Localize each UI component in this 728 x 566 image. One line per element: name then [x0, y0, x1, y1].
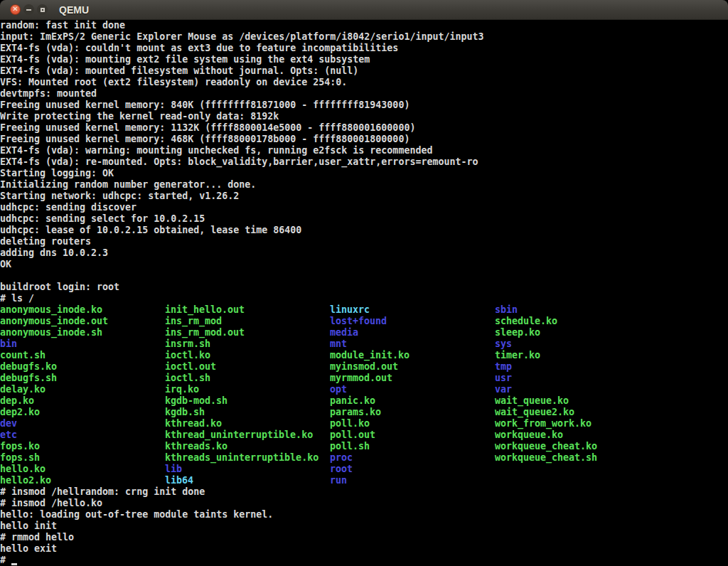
ls-entry: schedule.ko [495, 316, 557, 327]
ls-entry: opt [330, 384, 495, 395]
ls-entry: media [330, 327, 495, 338]
ls-entry: lib64 [165, 475, 330, 486]
ls-entry: hello.ko [0, 464, 165, 475]
console-line: Starting logging: OK [0, 168, 728, 179]
ls-entry: ins_rm_mod.out [165, 327, 330, 338]
ls-entry: panic.ko [330, 395, 495, 407]
console-line: # insmod /hello.ko [0, 498, 728, 509]
console-line: VFS: Mounted root (ext2 filesystem) read… [0, 77, 728, 88]
ls-entry: tmp [495, 361, 512, 373]
console-line: buildroot login: root [0, 282, 728, 293]
ls-entry: myinsmod.out [330, 361, 495, 373]
ls-entry: kthreads.ko [165, 441, 330, 452]
ls-row: anonymous_inode.shins_rm_mod.outmediasle… [0, 327, 728, 338]
ls-entry: count.sh [0, 350, 165, 361]
ls-entry: dep2.ko [0, 407, 165, 418]
ls-row: bininsrm.shmntsys [0, 338, 728, 350]
console-line [0, 270, 728, 282]
prompt-text: # [0, 555, 11, 565]
console-line: hello init [0, 520, 728, 532]
ls-entry: anonymous_inode.out [0, 316, 165, 327]
console-line: Freeing unused kernel memory: 1132K (fff… [0, 122, 728, 134]
console-line: Starting network: udhcpc: started, v1.26… [0, 191, 728, 202]
console-line: OK [0, 259, 728, 270]
ls-entry: mnt [330, 338, 495, 350]
ls-row: dep.kokgdb-mod.shpanic.kowait_queue.ko [0, 395, 728, 407]
console-line: EXT4-fs (vda): warning: mounting uncheck… [0, 145, 728, 156]
ls-entry: ioctl.sh [165, 373, 330, 384]
ls-entry: params.ko [330, 407, 495, 418]
ls-entry: workqueue.ko [495, 429, 563, 441]
console-line: EXT4-fs (vda): re-mounted. Opts: block_v… [0, 156, 728, 168]
maximize-button[interactable] [37, 4, 48, 15]
ls-entry: usr [495, 373, 512, 384]
ls-row: anonymous_inode.outins_rm_modlost+founds… [0, 316, 728, 327]
minimize-button[interactable] [23, 4, 34, 15]
ls-entry: poll.ko [330, 418, 495, 429]
ls-entry: debugfs.sh [0, 373, 165, 384]
window-title: QEMU [59, 4, 89, 16]
ls-entry: ioctl.ko [165, 350, 330, 361]
ls-entry: workqueue_cheat.sh [495, 452, 597, 464]
console-line: devtmpfs: mounted [0, 88, 728, 100]
ls-entry: insrm.sh [165, 338, 330, 350]
qemu-window: ✕ QEMU random: fast init doneinput: ImEx… [0, 0, 728, 566]
ls-entry: sleep.ko [495, 327, 540, 338]
console-line: EXT4-fs (vda): mounted filesystem withou… [0, 65, 728, 77]
ls-row: etckthread_uninterruptible.kopoll.outwor… [0, 429, 728, 441]
ls-entry: kthread.ko [165, 418, 330, 429]
console-line: hello: loading out-of-tree module taints… [0, 509, 728, 520]
ls-row: delay.koirq.kooptvar [0, 384, 728, 395]
titlebar[interactable]: ✕ QEMU [0, 0, 728, 20]
ls-entry: ioctl.out [165, 361, 330, 373]
console-line: EXT4-fs (vda): mounting ext2 file system… [0, 54, 728, 65]
ls-entry: root [330, 464, 353, 475]
terminal-screen[interactable]: random: fast init doneinput: ImExPS/2 Ge… [0, 20, 728, 566]
console-line: Write protecting the kernel read-only da… [0, 111, 728, 122]
console-line: udhcpc: lease of 10.0.2.15 obtained, lea… [0, 225, 728, 236]
ls-row: dep2.kokgdb.shparams.kowait_queue2.ko [0, 407, 728, 418]
ls-row: count.shioctl.komodule_init.kotimer.ko [0, 350, 728, 361]
ls-row: hello2.kolib64run [0, 475, 728, 486]
ls-entry: delay.ko [0, 384, 165, 395]
ls-entry: var [495, 384, 512, 395]
maximize-icon [41, 8, 45, 12]
ls-entry: dev [0, 418, 165, 429]
ls-entry: init_hello.out [165, 304, 330, 316]
console-line: Freeing unused kernel memory: 468K (ffff… [0, 134, 728, 145]
ls-row: debugfs.shioctl.shmyrmmod.outusr [0, 373, 728, 384]
console-line: hello exit [0, 543, 728, 555]
ls-entry: workqueue_cheat.ko [495, 441, 597, 452]
console-line: udhcpc: sending discover [0, 202, 728, 213]
ls-entry: anonymous_inode.ko [0, 304, 165, 316]
ls-row: fops.shkthreads_uninterruptible.koprocwo… [0, 452, 728, 464]
close-button[interactable]: ✕ [10, 4, 21, 15]
ls-row: hello.kolibroot [0, 464, 728, 475]
ls-entry: poll.sh [330, 441, 495, 452]
window-controls: ✕ [10, 4, 48, 15]
ls-entry: anonymous_inode.sh [0, 327, 165, 338]
console-line: random: fast init done [0, 20, 728, 31]
ls-entry: kgdb.sh [165, 407, 330, 418]
ls-row: debugfs.koioctl.outmyinsmod.outtmp [0, 361, 728, 373]
console-line: udhcpc: sending select for 10.0.2.15 [0, 213, 728, 225]
ls-entry: fops.ko [0, 441, 165, 452]
ls-entry: debugfs.ko [0, 361, 165, 373]
ls-entry: bin [0, 338, 165, 350]
ls-entry: ins_rm_mod [165, 316, 330, 327]
ls-entry: lib [165, 464, 330, 475]
ls-entry: sys [495, 338, 512, 350]
ls-entry: wait_queue.ko [495, 395, 569, 407]
ls-entry: kthread_uninterruptible.ko [165, 429, 330, 441]
ls-entry: lost+found [330, 316, 495, 327]
ls-entry: run [330, 475, 347, 486]
ls-entry: kthreads_uninterruptible.ko [165, 452, 330, 464]
console-line: # insmod /hellrandom: crng init done [0, 486, 728, 498]
ls-entry: kgdb-mod.sh [165, 395, 330, 407]
text-cursor [11, 563, 17, 565]
ls-entry: myrmmod.out [330, 373, 495, 384]
ls-entry: timer.ko [495, 350, 540, 361]
ls-row: devkthread.kopoll.kowork_from_work.ko [0, 418, 728, 429]
console-line: deleting routers [0, 236, 728, 247]
prompt-line: # [0, 555, 728, 566]
